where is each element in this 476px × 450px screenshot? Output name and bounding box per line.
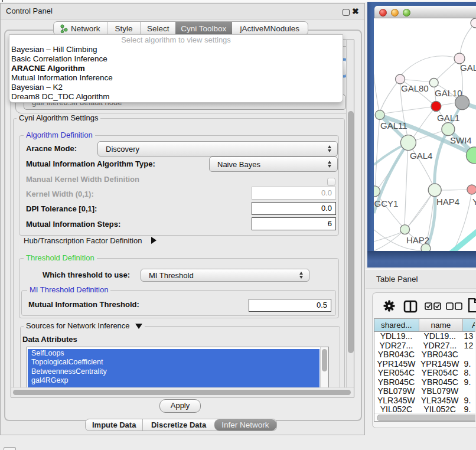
horizontal-scrollbar-thumb[interactable] <box>13 390 351 395</box>
attributes-list-scrollbar[interactable] <box>320 347 329 391</box>
table-row[interactable]: YIL052CYIL052C9. <box>374 405 475 413</box>
tab-impute-data[interactable]: Impute Data <box>86 419 142 431</box>
network-window-titlebar[interactable] <box>374 6 476 18</box>
table-cell[interactable] <box>462 387 475 396</box>
document-icon[interactable] <box>468 298 476 313</box>
dpi-tolerance-field[interactable]: 0.0 <box>252 202 336 215</box>
network-edge[interactable] <box>375 115 380 190</box>
table-cell[interactable]: 9. <box>462 360 475 369</box>
table-horizontal-scrollbar[interactable] <box>374 413 475 422</box>
table-row[interactable]: YDR27...YDR27...12 <box>374 341 475 351</box>
network-edge[interactable] <box>405 143 408 225</box>
sources-expander[interactable]: Sources for Network Inference <box>24 322 145 330</box>
network-canvas[interactable]: GALGAL80GAL10GAL1GAL11SWI4GAL4GCY1HAP4YH… <box>374 18 476 251</box>
mi-algorithm-type-combobox[interactable]: Naive Bayes <box>209 156 338 172</box>
vertical-scrollbar-thumb[interactable] <box>348 111 354 353</box>
column-header-shared-name[interactable]: shared... <box>374 319 419 332</box>
table-cell[interactable]: YBR045C <box>418 378 462 387</box>
tab-select[interactable]: Select <box>140 22 175 35</box>
table-cell[interactable]: YBL079W <box>374 387 418 396</box>
table-cell[interactable]: YER054C <box>418 369 462 378</box>
network-node[interactable] <box>467 185 476 194</box>
table-row[interactable]: YLR345WYLR345W9. <box>374 396 475 406</box>
network-node[interactable] <box>429 79 438 87</box>
menu-item[interactable]: ARACNE Algorithm <box>11 64 341 73</box>
table-cell[interactable]: YBL079W <box>418 387 462 396</box>
table-cell[interactable]: YLR345W <box>418 396 462 406</box>
which-threshold-combobox[interactable]: MI Threshold <box>141 269 309 282</box>
hub-definition-expander[interactable]: Hub/Transcription Factor Definition <box>24 236 157 246</box>
network-edge[interactable] <box>380 79 400 110</box>
network-node[interactable] <box>428 184 441 197</box>
table-cell[interactable]: 12 <box>462 341 475 351</box>
manual-kernel-width-checkbox[interactable] <box>327 178 335 186</box>
close-icon[interactable]: ✖ <box>352 5 359 17</box>
data-attributes-list[interactable]: SelfLoops TopologicalCoefficient Between… <box>27 347 329 392</box>
zoom-traffic-light-icon[interactable] <box>403 9 410 17</box>
menu-item[interactable]: Mutual Information Inference <box>11 73 341 83</box>
network-node[interactable] <box>431 102 441 112</box>
network-edge[interactable] <box>374 74 380 115</box>
table-cell[interactable]: YBR045C <box>374 378 418 387</box>
select-all-checkboxes-icon[interactable] <box>425 302 441 310</box>
network-edge[interactable] <box>401 56 459 75</box>
close-traffic-light-icon[interactable] <box>379 9 387 17</box>
network-edge[interactable] <box>460 23 475 54</box>
kernel-width-field[interactable]: 0.0 <box>252 187 336 200</box>
table-cell[interactable]: YPR145W <box>418 360 462 369</box>
table-row[interactable]: YBR043CYBR043C <box>374 350 475 360</box>
table-cell[interactable]: 9. <box>462 396 475 406</box>
network-node[interactable] <box>471 18 476 28</box>
gear-icon[interactable] <box>383 299 396 312</box>
tab-style[interactable]: Style <box>107 22 141 35</box>
table-cell[interactable]: YDL19... <box>374 332 418 341</box>
list-item[interactable]: TopologicalCoefficient <box>28 358 319 367</box>
table-cell[interactable]: YBR043C <box>418 350 462 360</box>
apply-button[interactable]: Apply <box>159 399 201 413</box>
list-item[interactable]: BetweennessCentrality <box>28 367 319 376</box>
network-node[interactable] <box>396 74 405 84</box>
list-item[interactable]: SelfLoops <box>28 349 319 358</box>
attributes-list-scrollbar-thumb[interactable] <box>322 349 327 371</box>
list-item[interactable]: gal4RGexp <box>28 376 319 385</box>
table-cell[interactable]: 13 <box>462 332 475 341</box>
table-cell[interactable]: 9. <box>462 378 475 387</box>
menu-item[interactable]: Dream8 DC_TDC Algorithm <box>11 92 341 102</box>
network-edge[interactable] <box>384 106 436 113</box>
table-row[interactable]: YBL079WYBL079W <box>374 387 475 396</box>
aracne-mode-combobox[interactable]: Discovery <box>97 141 338 156</box>
tab-infer-network[interactable]: Infer Network <box>214 419 276 431</box>
menu-item[interactable]: Basic Correlation Inference <box>11 54 341 64</box>
table-row[interactable]: YER054CYER054C8. <box>374 369 475 378</box>
menu-item[interactable]: Bayesian – K2 <box>11 83 341 92</box>
column-header-partial[interactable]: A <box>463 319 475 332</box>
table-cell[interactable]: YPR145W <box>374 360 418 369</box>
tab-jactivemnodules[interactable]: jActiveMNodules <box>232 22 308 35</box>
table-cell[interactable]: YBR043C <box>374 350 418 360</box>
column-header-name[interactable]: name <box>419 319 464 332</box>
tab-discretize-data[interactable]: Discretize Data <box>142 419 214 431</box>
table-cell[interactable] <box>462 350 475 360</box>
table-row[interactable]: YPR145WYPR145W9. <box>374 360 475 369</box>
table-row[interactable]: YBR045CYBR045C9. <box>374 378 475 387</box>
menu-item[interactable]: Bayesian – Hill Climbing <box>11 45 341 54</box>
network-node[interactable] <box>375 110 384 120</box>
mi-threshold-field[interactable]: 0.5 <box>249 299 331 312</box>
tab-cyni-toolbox[interactable]: Cyni Toolbox <box>175 22 232 35</box>
table-cell[interactable]: YIL052C <box>418 405 462 413</box>
minimize-traffic-light-icon[interactable] <box>391 9 399 17</box>
float-window-icon[interactable] <box>343 9 350 16</box>
network-node[interactable] <box>400 225 410 234</box>
table-horizontal-scrollbar-thumb[interactable] <box>377 415 475 421</box>
table-cell[interactable]: YIL052C <box>374 405 418 413</box>
table-row[interactable]: YDL19...YDL19...13 <box>374 332 475 341</box>
table-cell[interactable]: 8. <box>462 369 475 378</box>
table-cell[interactable]: YDR27... <box>418 341 462 351</box>
table-cell[interactable]: 9. <box>462 405 475 413</box>
table-cell[interactable]: YER054C <box>374 369 418 378</box>
tab-network[interactable]: Network <box>54 22 107 35</box>
network-node[interactable] <box>400 135 416 151</box>
table-cell[interactable]: YDR27... <box>374 341 418 351</box>
table-cell[interactable]: YDL19... <box>418 332 462 341</box>
columns-icon[interactable] <box>403 299 418 314</box>
